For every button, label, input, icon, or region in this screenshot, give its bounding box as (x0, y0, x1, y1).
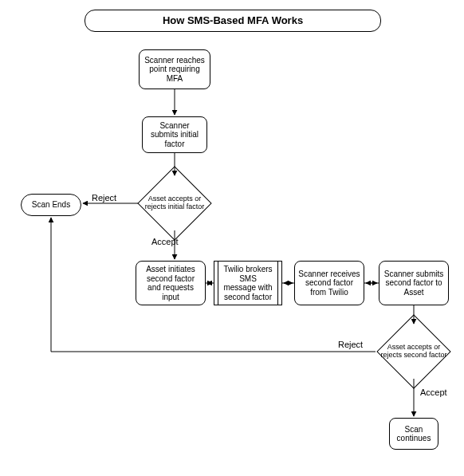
edge-label-accept-1: Accept (151, 237, 179, 246)
decision-second-factor: Asset accepts or rejects second factor (376, 324, 452, 380)
process-scanner-reaches-point: Scanner reaches point requiring MFA (139, 49, 210, 89)
edge-label-reject-2: Reject (338, 340, 363, 349)
flowchart-edges (0, 0, 464, 476)
diagram-title: How SMS-Based MFA Works (85, 10, 381, 32)
process-scanner-submits-second-factor: Scanner submits second factor to Asset (379, 261, 449, 305)
process-scanner-submits-initial: Scanner submits initial factor (142, 116, 207, 153)
subprocess-twilio-brokers-sms: Twilio brokers SMS message with second f… (214, 261, 282, 305)
terminator-scan-ends: Scan Ends (21, 194, 81, 216)
flowchart-canvas: How SMS-Based MFA Works Scanner reaches … (0, 0, 464, 476)
edge-label-reject-1: Reject (92, 193, 116, 203)
edge-label-accept-2: Accept (420, 387, 447, 397)
decision-initial-factor: Asset accepts or rejects initial factor (136, 175, 213, 231)
process-asset-initiates-second-factor: Asset initiates second factor and reques… (136, 261, 206, 305)
process-scan-continues: Scan continues (389, 418, 438, 450)
process-scanner-receives-second-factor: Scanner receives second factor from Twil… (294, 261, 364, 305)
